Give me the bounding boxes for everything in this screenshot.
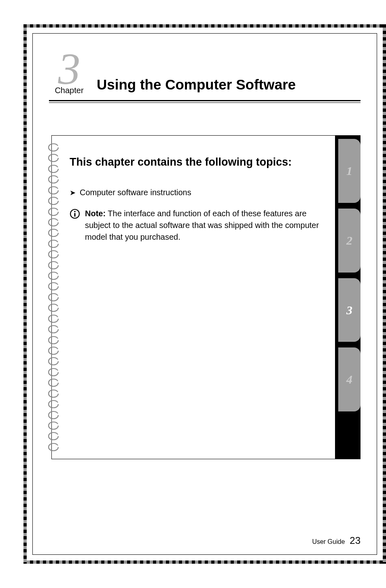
spiral-ring-icon (47, 411, 59, 420)
card-body: This chapter contains the following topi… (64, 136, 335, 459)
page-frame: 3 Chapter Using the Computer Software (32, 33, 377, 555)
topics-heading: This chapter contains the following topi… (70, 155, 326, 169)
spiral-ring-icon (47, 282, 59, 291)
spiral-ring-icon (47, 443, 59, 452)
svg-rect-2 (74, 213, 75, 217)
spiral-ring-icon (47, 164, 59, 173)
spiral-ring-icon (47, 346, 59, 355)
spiral-binding (47, 136, 64, 459)
arrow-icon: ➤ (70, 188, 76, 197)
double-rule (49, 100, 361, 103)
spiral-ring-icon (47, 271, 59, 280)
page-number: 23 (350, 535, 361, 546)
spiral-ring-icon (47, 250, 59, 259)
spiral-ring-icon (47, 432, 59, 441)
spiral-ring-icon (47, 293, 59, 302)
spiral-ring-icon (47, 207, 59, 216)
spiral-ring-icon (47, 368, 59, 377)
footer-label: User Guide (312, 538, 345, 545)
spiral-ring-icon (47, 239, 59, 248)
chapter-tab-2[interactable]: 2 (338, 209, 361, 273)
bullet-text: Computer software instructions (80, 188, 191, 197)
note-text: Note: The interface and function of each… (85, 208, 326, 243)
spiral-ring-icon (47, 314, 59, 323)
tab-spacer (338, 417, 360, 456)
spiral-ring-icon (47, 336, 59, 345)
content-card-wrap: This chapter contains the following topi… (51, 135, 361, 459)
note-body: The interface and function of each of th… (85, 209, 319, 241)
page-footer: User Guide 23 (312, 535, 361, 546)
spiral-ring-icon (47, 389, 59, 398)
spiral-ring-icon (47, 218, 59, 227)
note-label: Note: (85, 209, 106, 218)
spiral-ring-icon (47, 400, 59, 409)
chapter-title: Using the Computer Software (97, 77, 296, 95)
spiral-ring-icon (47, 325, 59, 334)
chapter-tab-1[interactable]: 1 (338, 139, 361, 203)
spiral-ring-icon (47, 357, 59, 366)
chapter-tabs: 1 2 3 4 (335, 136, 360, 459)
chapter-header: 3 Chapter Using the Computer Software (49, 49, 361, 95)
chapter-number: 3 (49, 49, 89, 89)
spiral-ring-icon (47, 186, 59, 195)
chapter-tab-3[interactable]: 3 (338, 278, 361, 342)
chapter-badge: 3 Chapter (49, 49, 89, 95)
spiral-ring-icon (47, 421, 59, 430)
spiral-ring-icon (47, 143, 59, 152)
spiral-ring-icon (47, 228, 59, 237)
spiral-ring-icon (47, 378, 59, 387)
content-card: This chapter contains the following topi… (51, 135, 361, 459)
chapter-label: Chapter (49, 86, 89, 95)
spiral-ring-icon (47, 303, 59, 312)
spiral-ring-icon (47, 261, 59, 270)
bullet-item: ➤ Computer software instructions (70, 188, 326, 197)
svg-point-1 (74, 211, 76, 213)
spiral-ring-icon (47, 153, 59, 162)
spiral-ring-icon (47, 175, 59, 184)
info-icon (70, 209, 80, 219)
chapter-tab-4[interactable]: 4 (338, 347, 361, 411)
spiral-ring-icon (47, 196, 59, 205)
note-block: Note: The interface and function of each… (70, 208, 326, 243)
